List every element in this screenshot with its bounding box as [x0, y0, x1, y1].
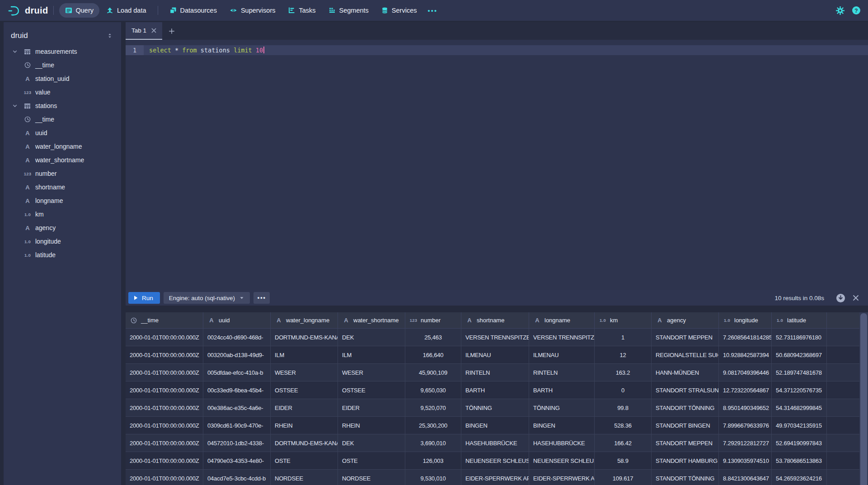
nav-more-button[interactable]: ••• [423, 7, 442, 14]
cell-longitude[interactable]: 9.1309035974510 [719, 452, 772, 470]
cell-agency[interactable]: STANDORT BINGEN [652, 417, 719, 434]
cell-water-shortname[interactable]: WESER [338, 364, 405, 381]
cell-uuid[interactable]: 04572010-1db2-4338- [203, 434, 271, 452]
column-header-shortname[interactable]: Ashortname [461, 312, 529, 329]
new-tab-button[interactable] [162, 22, 181, 40]
druid-logo[interactable]: druid [7, 4, 48, 17]
cell-shortname[interactable]: RINTELN [461, 364, 529, 381]
column-header-number[interactable]: 123number [405, 312, 461, 329]
cell-agency[interactable]: STANDORT TÖNNING [652, 470, 719, 485]
cell-shortname[interactable]: BINGEN [461, 417, 529, 434]
cell-water-shortname[interactable]: OSTE [338, 452, 405, 470]
tree-table-stations[interactable]: stations [4, 99, 121, 113]
cell-shortname[interactable]: HASEHUBBRÜCKE [461, 434, 529, 452]
cell-time[interactable]: 2000-01-01T00:00:00.000Z [126, 399, 203, 417]
column-header-longitude[interactable]: 1.0longitude [719, 312, 772, 329]
settings-gear-icon[interactable] [836, 6, 845, 15]
cell-uuid[interactable]: 00c33ed9-6bea-45b4- [203, 381, 271, 399]
tree-column-stations-number[interactable]: 123number [4, 167, 121, 180]
cell-longname[interactable]: BARTH [529, 381, 595, 399]
cell-water-longname[interactable]: EIDER [271, 399, 338, 417]
cell-latitude[interactable]: 54.314682999845 [772, 399, 827, 417]
nav-item-tasks[interactable]: Tasks [282, 3, 321, 18]
cell-longname[interactable]: BINGEN [529, 417, 595, 434]
cell-km[interactable]: 12 [595, 346, 652, 364]
editor-active-line[interactable]: 1 select * from stations limit 10 [126, 45, 868, 55]
cell-water-shortname[interactable]: RHEIN [338, 417, 405, 434]
cell-longname[interactable]: NEUENSEER SCHLEUSE [529, 452, 595, 470]
column-header-uuid[interactable]: Auuid [203, 312, 271, 329]
cell-shortname[interactable]: TÖNNING [461, 399, 529, 417]
cell-shortname[interactable]: ILMENAU [461, 346, 529, 364]
run-button[interactable]: Run [128, 292, 160, 304]
cell-uuid[interactable]: 003200ab-d138-49d9- [203, 346, 271, 364]
cell-longname[interactable]: HASEHUBBRÜCKE [529, 434, 595, 452]
cell-water-longname[interactable]: NORDSEE [271, 470, 338, 485]
cell-latitude[interactable]: 52.731186976180 [772, 329, 827, 346]
cell-km[interactable]: 1 [595, 329, 652, 346]
column-header-latitude[interactable]: 1.0latitude [772, 312, 827, 329]
column-header-time[interactable]: __time [126, 312, 203, 329]
cell-agency[interactable]: REGIONALSTELLE SUHL [652, 346, 719, 364]
tree-column-stations-longname[interactable]: Alongname [4, 194, 121, 207]
nav-item-supervisors[interactable]: Supervisors [224, 3, 282, 18]
scrollbar-thumb[interactable] [860, 313, 867, 485]
cell-time[interactable]: 2000-01-01T00:00:00.000Z [126, 329, 203, 346]
chevron-down-icon[interactable] [11, 103, 19, 108]
cell-water-shortname[interactable]: DEK [338, 329, 405, 346]
nav-item-segments[interactable]: Segments [323, 3, 375, 18]
cell-latitude[interactable]: 52.189747481678 [772, 364, 827, 381]
cell-water-longname[interactable]: OSTE [271, 452, 338, 470]
help-icon[interactable]: ? [852, 6, 861, 15]
tree-column-stations-latitude[interactable]: 1.0latitude [4, 248, 121, 262]
cell-agency[interactable]: HANN-MÜNDEN [652, 364, 719, 381]
tree-column-stations-water-longname[interactable]: Awater_longname [4, 140, 121, 153]
cell-time[interactable]: 2000-01-01T00:00:00.000Z [126, 346, 203, 364]
tree-column-stations-shortname[interactable]: Ashortname [4, 180, 121, 194]
tree-column-stations-uuid[interactable]: Auuid [4, 126, 121, 140]
tree-column-stations-km[interactable]: 1.0km [4, 207, 121, 221]
tab-close-icon[interactable] [151, 28, 156, 33]
cell-longitude[interactable]: 7.26085641814285 [719, 329, 772, 346]
column-header-water-longname[interactable]: Awater_longname [271, 312, 338, 329]
cell-km[interactable]: 109.617 [595, 470, 652, 485]
tree-table-measurements[interactable]: measurements [4, 45, 121, 58]
cell-number[interactable]: 166,640 [405, 346, 461, 364]
cell-number[interactable]: 9,650,030 [405, 381, 461, 399]
tree-column-measurements-time[interactable]: __time [4, 58, 121, 72]
cell-longname[interactable]: EIDER-SPERRWERK AP [529, 470, 595, 485]
cell-time[interactable]: 2000-01-01T00:00:00.000Z [126, 434, 203, 452]
cell-number[interactable]: 25,300,200 [405, 417, 461, 434]
tree-column-stations-longitude[interactable]: 1.0longitude [4, 235, 121, 248]
query-more-button[interactable]: ••• [253, 292, 270, 304]
tree-column-measurements-value[interactable]: 123value [4, 85, 121, 99]
nav-item-load-data[interactable]: Load data [100, 3, 152, 18]
results-scrollbar[interactable] [859, 312, 868, 485]
cell-longitude[interactable]: 12.723220564867 [719, 381, 772, 399]
cell-shortname[interactable]: VERSEN TRENNSPITZE [461, 329, 529, 346]
cell-time[interactable]: 2000-01-01T00:00:00.000Z [126, 364, 203, 381]
cell-latitude[interactable]: 52.694190997843 [772, 434, 827, 452]
cell-shortname[interactable]: NEUENSEER SCHLEUSE [461, 452, 529, 470]
nav-item-query[interactable]: Query [59, 3, 100, 18]
nav-item-services[interactable]: Services [375, 3, 423, 18]
column-header-longname[interactable]: Alongname [529, 312, 595, 329]
cell-longitude[interactable]: 10.928842587394 [719, 346, 772, 364]
engine-select[interactable]: Engine: auto (sql-native) [164, 292, 250, 304]
cell-longname[interactable]: VERSEN TRENNSPITZE [529, 329, 595, 346]
cell-water-longname[interactable]: RHEIN [271, 417, 338, 434]
cell-latitude[interactable]: 54.265923624216 [772, 470, 827, 485]
cell-longname[interactable]: TÖNNING [529, 399, 595, 417]
cell-uuid[interactable]: 04790e03-4353-4e80- [203, 452, 271, 470]
cell-km[interactable]: 99.8 [595, 399, 652, 417]
cell-uuid[interactable]: 00e386ac-e35c-4a6e- [203, 399, 271, 417]
cell-water-shortname[interactable]: DEK [338, 434, 405, 452]
cell-longitude[interactable]: 8.8421300643647 [719, 470, 772, 485]
cell-number[interactable]: 45,900,109 [405, 364, 461, 381]
cell-longitude[interactable]: 7.2929122812727 [719, 434, 772, 452]
cell-water-longname[interactable]: WESER [271, 364, 338, 381]
cell-km[interactable]: 0 [595, 381, 652, 399]
close-results-icon[interactable] [853, 295, 859, 301]
tree-column-measurements-station-uuid[interactable]: Astation_uuid [4, 72, 121, 85]
cell-water-shortname[interactable]: NORDSEE [338, 470, 405, 485]
